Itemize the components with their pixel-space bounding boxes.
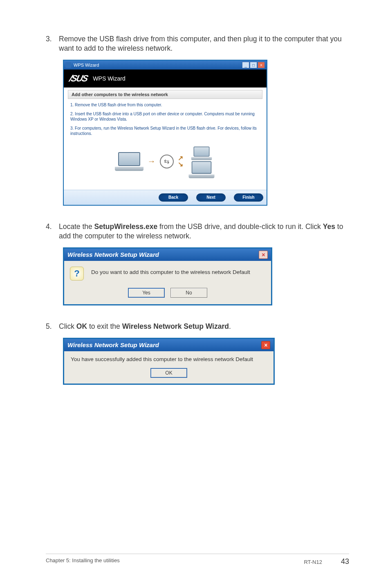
bold-text: OK bbox=[76, 322, 87, 330]
step-text: Locate the SetupWireless.exe from the US… bbox=[59, 222, 351, 241]
success-dialog: Wireless Network Setup Wizard × You have… bbox=[63, 338, 275, 385]
step-number: 5. bbox=[46, 322, 55, 331]
asus-logo: /SUS bbox=[68, 73, 89, 84]
window-title: WPS Wizard bbox=[74, 63, 99, 67]
text: from the USB drive, and double-click to … bbox=[157, 222, 323, 231]
question-icon: ? bbox=[70, 267, 84, 281]
footer-left: Chapter 5: Installing the utilities bbox=[46, 557, 120, 566]
text: to exit the bbox=[87, 322, 122, 330]
page-number: 43 bbox=[341, 557, 349, 566]
page-footer: Chapter 5: Installing the utilities RT-N… bbox=[46, 554, 349, 566]
wizard-line-3: 3. For computers, run the Wireless Netwo… bbox=[70, 126, 260, 137]
wps-wizard-window: WPS Wizard _ □ × /SUS WPS Wizard Add oth… bbox=[63, 60, 267, 206]
titlebar: WPS Wizard _ □ × bbox=[64, 61, 267, 70]
dialog-title: Wireless Network Setup Wizard bbox=[67, 341, 159, 348]
step-number: 4. bbox=[46, 222, 55, 231]
text: Click bbox=[59, 322, 76, 330]
button-row: Back Next Finish bbox=[64, 190, 267, 205]
no-button[interactable]: No bbox=[170, 288, 207, 298]
text: Locate the bbox=[59, 222, 94, 231]
text: . bbox=[229, 322, 231, 330]
bold-text: SetupWireless.exe bbox=[94, 222, 158, 231]
laptop-icon bbox=[115, 152, 143, 171]
section-heading: Add other computers to the wireless netw… bbox=[68, 90, 262, 99]
router-icon: ⇆ bbox=[160, 155, 174, 168]
step-text: Click OK to exit the Wireless Network Se… bbox=[59, 322, 231, 331]
dialog-titlebar: Wireless Network Setup Wizard × bbox=[64, 249, 271, 261]
close-button[interactable]: × bbox=[258, 62, 265, 68]
laptop-icon bbox=[188, 161, 214, 178]
dialog-titlebar: Wireless Network Setup Wizard × bbox=[64, 339, 273, 351]
close-button[interactable]: × bbox=[261, 341, 270, 349]
dialog-message: Do you want to add this computer to the … bbox=[91, 267, 250, 275]
laptop-icon bbox=[191, 146, 211, 160]
wizard-line-2: 2. Insert the USB flash drive into a USB… bbox=[70, 111, 260, 122]
finish-button[interactable]: Finish bbox=[234, 193, 263, 202]
wizard-line-1: 1. Remove the USB flash drive from this … bbox=[70, 102, 260, 108]
maximize-button[interactable]: □ bbox=[250, 62, 257, 68]
back-button[interactable]: Back bbox=[159, 193, 188, 202]
illustration: → ⇆ ↗ ↘ bbox=[68, 140, 262, 185]
dialog-title: Wireless Network Setup Wizard bbox=[67, 251, 159, 258]
step-text: Remove the USB flash drive from this com… bbox=[59, 34, 351, 53]
footer-model: RT-N12 bbox=[304, 559, 322, 565]
dialog-message: You have successfully added this compute… bbox=[64, 351, 273, 365]
bold-text: Yes bbox=[323, 222, 335, 231]
app-icon bbox=[65, 62, 71, 68]
wizard-title: WPS Wizard bbox=[93, 75, 125, 82]
arrow-icon: ↘ bbox=[178, 162, 183, 167]
arrow-icon: → bbox=[148, 157, 156, 166]
bold-text: Wireless Network Setup Wizard bbox=[122, 322, 229, 330]
brand-bar: /SUS WPS Wizard bbox=[64, 70, 267, 88]
step-number: 3. bbox=[46, 34, 55, 44]
next-button[interactable]: Next bbox=[196, 193, 226, 202]
minimize-button[interactable]: _ bbox=[242, 62, 249, 68]
yes-button[interactable]: Yes bbox=[128, 288, 165, 298]
confirm-dialog: Wireless Network Setup Wizard × ? Do you… bbox=[63, 247, 272, 305]
ok-button[interactable]: OK bbox=[150, 368, 187, 378]
wizard-body: 1. Remove the USB flash drive from this … bbox=[68, 99, 262, 137]
close-button[interactable]: × bbox=[259, 251, 268, 259]
